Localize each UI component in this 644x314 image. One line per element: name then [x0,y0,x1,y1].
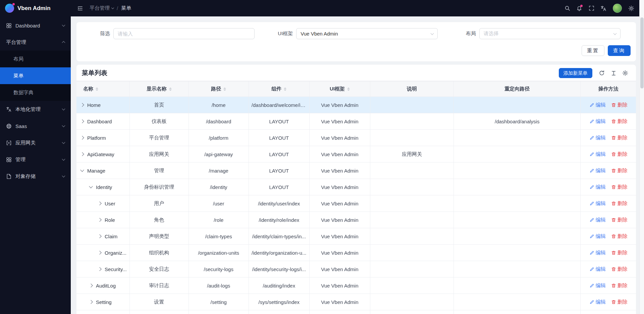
column-header-3[interactable]: 组件 [249,81,309,97]
fullscreen-icon[interactable] [586,3,597,14]
sidebar-item-localization[interactable]: 本地化管理 [0,101,71,118]
refresh-icon[interactable] [596,68,607,78]
sidebar-item-dashboard[interactable]: Dashboard [0,17,71,34]
collapse-row-icon[interactable] [80,168,84,172]
expand-row-icon[interactable] [98,218,101,222]
settings-icon[interactable] [626,3,637,14]
cell-name: Dashboard [76,113,129,130]
delete-button[interactable]: 删除 [611,200,628,207]
trash-icon [611,283,616,288]
expand-row-icon[interactable] [89,300,93,304]
column-header-2[interactable]: 路径 [189,81,249,97]
column-header-4[interactable]: UI框架 [309,81,370,97]
cell-redirect-path [454,245,581,261]
field-label-keyword: 筛选 [82,30,110,37]
delete-button[interactable]: 删除 [611,151,628,158]
settings-icon[interactable] [620,68,631,78]
sidebar-item-platform[interactable]: 平台管理 [0,34,71,51]
expand-row-icon[interactable] [80,119,84,123]
delete-button[interactable]: 删除 [611,135,628,141]
bell-icon[interactable] [574,3,585,14]
edit-button[interactable]: 编辑 [589,282,606,289]
sort-icon[interactable] [96,87,98,91]
column-header-0[interactable]: 名称 [76,81,129,97]
delete-button[interactable]: 删除 [611,184,628,190]
edit-button[interactable]: 编辑 [589,135,606,141]
delete-button[interactable]: 删除 [611,282,628,289]
delete-button[interactable]: 删除 [611,102,628,108]
column-label: 显示名称 [147,86,167,92]
sort-icon[interactable] [284,87,286,91]
expand-row-icon[interactable] [98,234,101,238]
translate-icon[interactable] [598,3,609,14]
sort-icon[interactable] [347,87,350,91]
expand-row-icon[interactable] [98,201,101,205]
cell-name: Setting [76,294,129,310]
sidebar-item-manage[interactable]: 管理 [0,151,71,168]
search-icon[interactable] [562,3,573,14]
keyword-input[interactable] [113,28,255,39]
edit-button[interactable]: 编辑 [589,217,606,223]
chevron-down-icon [62,23,65,27]
expand-row-icon[interactable] [98,267,101,271]
layout-select[interactable]: 请选择 [479,28,621,39]
delete-button[interactable]: 删除 [611,299,628,305]
delete-button[interactable]: 删除 [611,118,628,125]
row-height-icon[interactable] [608,68,619,78]
sidebar-item-storage[interactable]: 对象存储 [0,168,71,185]
table-row: Dashboard仪表板/dashboardLAYOUTVue Vben Adm… [76,113,636,130]
scrollbar-track[interactable] [639,0,644,314]
sidebar-item-gateway[interactable]: 应用网关 [0,134,71,151]
cell-ui-framework: Vue Vben Admin [309,163,370,179]
avatar[interactable] [613,4,622,13]
cell-description [370,97,453,113]
menu-fold-icon[interactable] [75,3,86,14]
edit-button[interactable]: 编辑 [589,184,606,190]
cell-ui-framework: Vue Vben Admin [309,294,370,310]
edit-button[interactable]: 编辑 [589,151,606,158]
collapse-row-icon[interactable] [89,184,93,188]
delete-button[interactable]: 删除 [611,217,628,223]
edit-button[interactable]: 编辑 [589,102,606,108]
reset-button[interactable]: 重置 [582,45,604,56]
expand-row-icon[interactable] [80,136,84,139]
edit-button[interactable]: 编辑 [589,200,606,207]
sort-icon[interactable] [169,87,172,91]
cell-display-name: 声明类型 [129,228,189,245]
breadcrumb-item-platform[interactable]: 平台管理 [90,5,114,11]
expand-row-icon[interactable] [80,103,84,107]
cell-ui-framework: Vue Vben Admin [309,179,370,195]
chevron-down-icon [62,158,65,161]
sidebar-item-saas[interactable]: Saas [0,118,71,134]
edit-button[interactable]: 编辑 [589,299,606,305]
edit-button[interactable]: 编辑 [589,233,606,240]
delete-button[interactable]: 删除 [611,266,628,272]
sidebar-subitem-2[interactable]: 数据字典 [0,84,71,101]
app-logo[interactable]: Vben Admin [0,0,71,16]
table-row: Platform平台管理/platformLAYOUTVue Vben Admi… [76,130,636,146]
sort-icon[interactable] [223,87,226,91]
expand-row-icon[interactable] [89,284,93,287]
scrollbar-thumb[interactable] [640,17,644,88]
add-menu-button[interactable]: 添加新菜单 [559,68,593,78]
edit-button[interactable]: 编辑 [589,168,606,174]
cell-path: /user [189,195,249,212]
delete-button[interactable]: 删除 [611,233,628,240]
sidebar-menu: Dashboard平台管理布局菜单数据字典本地化管理Saas应用网关管理对象存储 [0,16,71,185]
column-header-1[interactable]: 显示名称 [129,81,189,97]
cell-name: Security... [76,261,129,277]
sidebar-subitem-1[interactable]: 菜单 [0,67,71,84]
cell-name: Platform [76,130,129,146]
delete-button[interactable]: 删除 [611,250,628,256]
column-label: 组件 [271,86,281,92]
menu-name: Security... [105,266,127,272]
edit-button[interactable]: 编辑 [589,266,606,272]
search-button[interactable]: 查询 [608,45,631,56]
edit-button[interactable]: 编辑 [589,118,606,125]
edit-button[interactable]: 编辑 [589,250,606,256]
sidebar-subitem-0[interactable]: 布局 [0,51,71,67]
ui-framework-select[interactable]: Vue Vben Admin [296,28,437,39]
expand-row-icon[interactable] [98,251,101,254]
expand-row-icon[interactable] [80,152,84,156]
delete-button[interactable]: 删除 [611,168,628,174]
